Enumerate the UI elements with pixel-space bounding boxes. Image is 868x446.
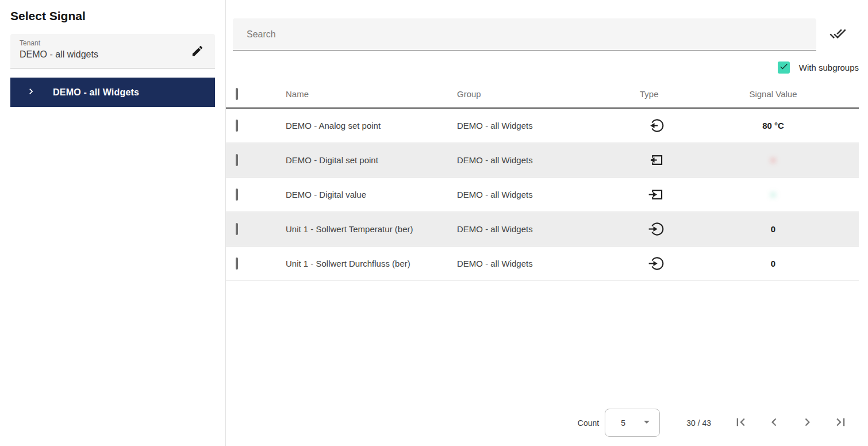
page-size-value: 5 [621, 418, 625, 428]
signal-name: Unit 1 - Sollwert Durchfluss (ber) [286, 259, 457, 268]
with-subgroups-checkbox[interactable] [778, 61, 790, 74]
signal-group: DEMO - all Widgets [457, 224, 640, 234]
chevron-right-icon[interactable] [25, 86, 37, 99]
signal-name: DEMO - Analog set point [286, 121, 457, 130]
signals-table: Name Group Type Signal Value DEMO - Anal… [226, 80, 859, 281]
sidebar-item-demo-all-widgets[interactable]: DEMO - all Widgets [10, 78, 215, 107]
column-header-group: Group [457, 89, 640, 99]
done-all-icon [829, 25, 846, 44]
with-subgroups-label: With subgroups [799, 63, 859, 72]
page-range: 30 / 43 [686, 418, 711, 428]
chevron-left-icon [766, 414, 782, 432]
select-all-checkbox[interactable] [236, 88, 238, 100]
count-label: Count [578, 418, 599, 428]
search-row [233, 18, 859, 51]
page-size-select[interactable]: 5 [605, 409, 660, 437]
table-header-row: Name Group Type Signal Value [226, 80, 859, 109]
signal-select-sidebar: Select Signal Tenant DEMO - all widgets … [0, 0, 226, 446]
digital-output-icon [640, 152, 726, 168]
row-checkbox[interactable] [236, 154, 238, 166]
row-checkbox[interactable] [236, 120, 238, 132]
pencil-icon [191, 44, 204, 59]
signal-group: DEMO - all Widgets [457, 121, 640, 130]
row-checkbox[interactable] [236, 189, 238, 201]
signal-value: 0 [726, 224, 820, 234]
row-checkbox[interactable] [236, 257, 238, 270]
tenant-field: Tenant DEMO - all widgets [10, 34, 215, 68]
sidebar-item-label: DEMO - all Widgets [53, 87, 139, 98]
edit-tenant-button[interactable] [190, 44, 205, 59]
table-row[interactable]: DEMO - Digital value DEMO - all Widgets [226, 178, 859, 212]
signal-name: Unit 1 - Sollwert Temperatur (ber) [286, 224, 457, 234]
table-body: DEMO - Analog set point DEMO - all Widge… [226, 109, 859, 281]
analog-output-icon [640, 118, 726, 133]
previous-page-button[interactable] [766, 414, 782, 432]
last-page-button[interactable] [833, 414, 848, 432]
signal-value: 80 °C [726, 121, 820, 130]
first-page-icon [733, 414, 748, 432]
next-page-button[interactable] [800, 414, 815, 432]
checkmark-icon [779, 61, 789, 74]
row-checkbox[interactable] [236, 223, 238, 235]
signal-table-panel: With subgroups Name Group Type Signal Va… [226, 0, 868, 446]
tenant-field-label: Tenant [20, 39, 206, 47]
first-page-button[interactable] [733, 414, 748, 432]
column-header-name: Name [286, 89, 457, 99]
page-title: Select Signal [10, 9, 225, 23]
analog-input-icon [640, 221, 726, 237]
table-row[interactable]: DEMO - Analog set point DEMO - all Widge… [226, 109, 859, 143]
signal-group: DEMO - all Widgets [457, 190, 640, 199]
digital-input-icon [640, 187, 726, 202]
pagination-bar: Count 5 30 / 43 [578, 409, 848, 437]
chevron-right-icon [800, 414, 815, 432]
search-input[interactable] [233, 18, 816, 51]
tenant-field-value: DEMO - all widgets [20, 49, 206, 60]
analog-input-icon [640, 256, 726, 271]
signal-name: DEMO - Digital set point [286, 155, 457, 165]
table-row[interactable]: Unit 1 - Sollwert Durchfluss (ber) DEMO … [226, 247, 859, 281]
select-all-button[interactable] [816, 25, 859, 44]
signal-group: DEMO - all Widgets [457, 259, 640, 268]
with-subgroups-row: With subgroups [226, 51, 859, 80]
last-page-icon [833, 414, 848, 432]
table-row[interactable]: Unit 1 - Sollwert Temperatur (ber) DEMO … [226, 212, 859, 247]
signal-group: DEMO - all Widgets [457, 155, 640, 165]
dropdown-arrow-icon [640, 415, 654, 430]
signal-name: DEMO - Digital value [286, 190, 457, 199]
table-row[interactable]: DEMO - Digital set point DEMO - all Widg… [226, 143, 859, 178]
column-header-signal-value: Signal Value [726, 89, 820, 99]
signal-value: 0 [726, 259, 820, 268]
column-header-type: Type [640, 89, 726, 99]
